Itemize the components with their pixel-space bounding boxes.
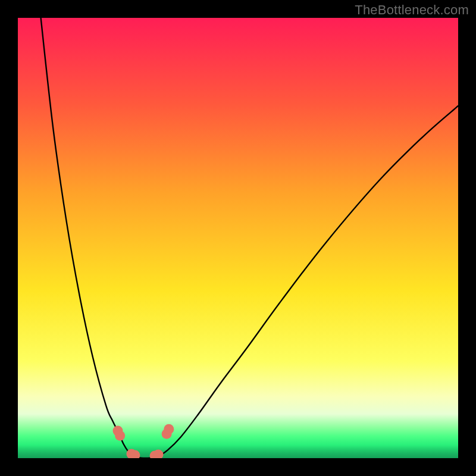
plot-area <box>18 18 458 458</box>
svg-point-7 <box>164 424 174 434</box>
bottleneck-curve <box>40 18 458 458</box>
watermark-text: TheBottleneck.com <box>355 2 469 18</box>
outer-frame: TheBottleneck.com <box>0 0 476 476</box>
svg-point-1 <box>115 431 125 441</box>
curve-canvas <box>18 18 458 458</box>
